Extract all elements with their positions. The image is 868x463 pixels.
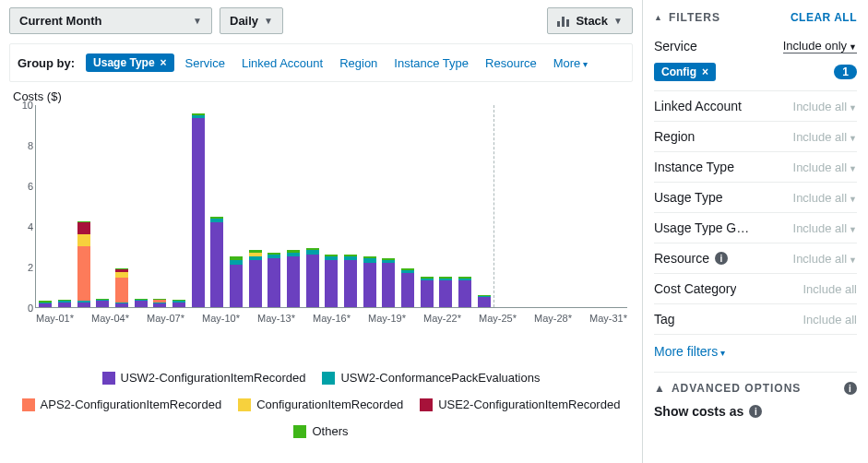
x-tick [74, 313, 83, 324]
bar[interactable] [77, 221, 90, 307]
legend-swatch [102, 372, 115, 385]
legend-swatch [322, 372, 335, 385]
group-by-active-chip[interactable]: Usage Type × [86, 53, 173, 72]
bar[interactable] [249, 250, 262, 307]
bar-segment [192, 118, 205, 307]
bar[interactable] [39, 301, 52, 307]
filter-mode[interactable]: Include all▼ [793, 221, 857, 235]
bar[interactable] [210, 217, 223, 307]
chevron-down-icon: ▼ [264, 16, 273, 26]
collapse-icon[interactable]: ▲ [654, 382, 666, 395]
x-tick: May-01* [36, 313, 74, 324]
filter-mode[interactable]: Include all [803, 282, 857, 296]
bar[interactable] [287, 250, 300, 307]
legend-label: USW2-ConformancePackEvaluations [340, 371, 540, 385]
filter-row[interactable]: TagInclude all [654, 304, 857, 335]
info-icon[interactable]: i [749, 405, 762, 418]
x-tick: May-10* [202, 313, 240, 324]
collapse-icon[interactable]: ▲ [654, 13, 663, 22]
bar[interactable] [115, 268, 128, 307]
service-filter-chip[interactable]: Config × [654, 63, 716, 81]
bar-chart-icon [557, 16, 570, 27]
y-tick: 2 [28, 262, 33, 273]
bar[interactable] [421, 277, 434, 307]
filter-row[interactable]: Instance TypeInclude all▼ [654, 152, 857, 183]
filter-row[interactable]: Linked AccountInclude all▼ [654, 91, 857, 122]
bar[interactable] [172, 300, 185, 307]
filter-service-mode[interactable]: Include only▼ [783, 39, 857, 53]
chart-mode-dropdown[interactable]: Stack ▼ [547, 7, 633, 34]
filter-mode[interactable]: Include all▼ [793, 100, 857, 113]
group-by-option-region[interactable]: Region [339, 56, 377, 70]
chart-y-label: Costs ($) [13, 89, 633, 103]
x-tick [517, 313, 526, 324]
bar[interactable] [96, 299, 109, 307]
bar[interactable] [268, 253, 280, 307]
filter-row[interactable]: Cost CategoryInclude all [654, 274, 857, 304]
clear-all-button[interactable]: CLEAR ALL [791, 11, 857, 24]
legend-item[interactable]: USW2-ConformancePackEvaluations [322, 371, 540, 385]
info-icon[interactable]: i [715, 252, 728, 265]
bar-segment [77, 222, 90, 234]
bar[interactable] [344, 255, 357, 307]
legend-label: USW2-ConfigurationItemRecorded [121, 371, 306, 385]
bar[interactable] [401, 268, 414, 307]
forecast-divider [493, 105, 494, 307]
bar-segment [153, 303, 166, 307]
filter-label: Usage Type [654, 190, 722, 205]
bar[interactable] [58, 300, 71, 307]
group-by-option-more[interactable]: More [553, 56, 588, 70]
legend-swatch [293, 425, 306, 438]
time-range-dropdown[interactable]: Current Month ▼ [9, 7, 212, 34]
filter-label: Tag [654, 312, 675, 326]
filter-row[interactable]: RegionInclude all▼ [654, 122, 857, 152]
bar[interactable] [325, 255, 338, 307]
legend-item[interactable]: USE2-ConfigurationItemRecorded [420, 398, 620, 411]
filter-row[interactable]: Usage TypeInclude all▼ [654, 183, 857, 213]
bar[interactable] [306, 248, 319, 307]
bar[interactable] [135, 299, 148, 307]
y-tick: 8 [28, 140, 33, 151]
more-filters-link[interactable]: More filters [654, 344, 857, 359]
filters-section-header: ▲ FILTERS CLEAR ALL [654, 11, 857, 24]
bar-segment [115, 303, 128, 307]
bar[interactable] [363, 256, 376, 307]
bar[interactable] [153, 299, 166, 307]
bar[interactable] [382, 258, 395, 307]
show-costs-as-label: Show costs as i [654, 404, 857, 419]
bar-segment [363, 263, 376, 307]
x-tick [129, 313, 138, 324]
group-by-option-instance-type[interactable]: Instance Type [394, 56, 469, 70]
bar-segment [249, 260, 262, 307]
filter-row[interactable]: ResourceiInclude all▼ [654, 243, 857, 274]
legend-item[interactable]: USW2-ConfigurationItemRecorded [102, 371, 306, 385]
x-tick [572, 313, 581, 324]
y-tick: 10 [22, 100, 33, 111]
x-tick [359, 313, 368, 324]
granularity-dropdown[interactable]: Daily ▼ [220, 7, 283, 34]
legend-item[interactable]: Others [293, 424, 348, 438]
filter-row[interactable]: Usage Type G…Include all▼ [654, 213, 857, 243]
x-tick [525, 313, 534, 324]
bar-segment [325, 260, 338, 307]
bar-segment [96, 301, 109, 307]
filter-mode[interactable]: Include all▼ [793, 252, 857, 266]
filter-mode[interactable]: Include all [803, 313, 857, 326]
filter-mode[interactable]: Include all▼ [793, 191, 857, 205]
group-by-option-service[interactable]: Service [185, 56, 225, 70]
filter-mode[interactable]: Include all▼ [793, 130, 857, 144]
bar[interactable] [439, 277, 452, 307]
bar[interactable] [458, 277, 471, 307]
bar[interactable] [478, 295, 491, 307]
x-tick: May-31* [589, 313, 627, 324]
info-icon[interactable]: i [844, 382, 857, 395]
legend-item[interactable]: APS2-ConfigurationItemRecorded [22, 398, 222, 411]
bar[interactable] [230, 256, 243, 307]
group-by-option-resource[interactable]: Resource [485, 56, 537, 70]
bar-segment [172, 303, 185, 308]
y-tick: 4 [28, 221, 33, 232]
legend-item[interactable]: ConfigurationItemRecorded [238, 398, 403, 411]
filter-mode[interactable]: Include all▼ [793, 160, 857, 174]
group-by-option-linked-account[interactable]: Linked Account [242, 56, 323, 70]
bar[interactable] [192, 113, 205, 307]
